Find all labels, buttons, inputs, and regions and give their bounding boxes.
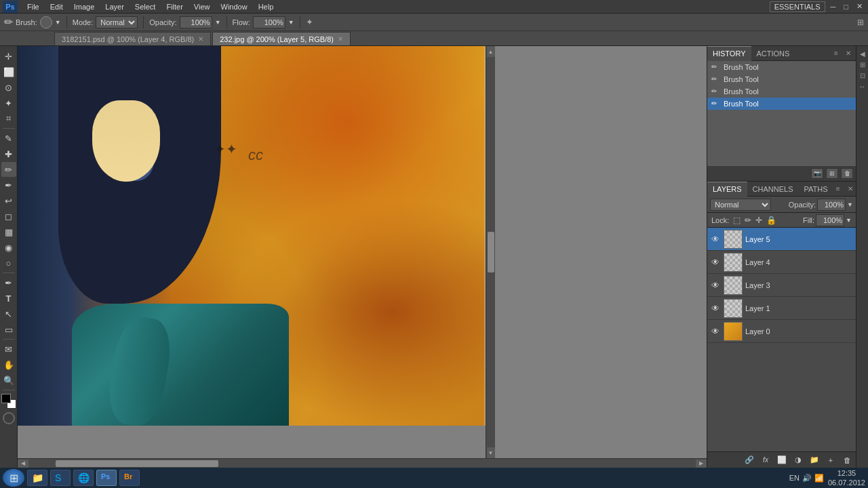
tab-actions[interactable]: ACTIONS [751,46,795,61]
maximize-btn[interactable]: □ [841,3,851,11]
menu-layer[interactable]: Layer [100,2,130,12]
tool-quick-select[interactable]: ✦ [1,96,16,110]
layer-0-visibility[interactable]: 👁 [710,326,721,337]
layers-panel-menu[interactable]: ≡ [833,184,843,194]
quick-mask-btn[interactable] [3,412,15,424]
history-delete-btn[interactable]: 🗑 [841,168,853,179]
layer-link-btn[interactable]: 🔗 [743,455,755,466]
tool-gradient[interactable]: ▦ [1,224,16,239]
taskbar-chrome[interactable]: 🌐 [73,470,94,486]
hscroll-thumb[interactable] [56,460,218,467]
tool-lasso[interactable]: ⊙ [1,80,16,95]
layers-panel-close[interactable]: ✕ [846,184,855,194]
options-btn[interactable]: ⊞ [857,18,864,27]
tool-crop[interactable]: ⌗ [1,111,16,126]
close-btn[interactable]: ✕ [854,2,865,11]
tool-stamp[interactable]: ✒ [1,178,16,192]
vscroll-thumb[interactable] [488,232,494,272]
tool-type[interactable]: T [1,291,16,306]
layers-list[interactable]: 👁 Layer 5 👁 Layer 4 👁 Layer 3 [707,228,856,451]
layer-delete-btn[interactable]: 🗑 [841,455,853,466]
tool-eyedropper[interactable]: ✎ [1,131,16,146]
menu-file[interactable]: File [22,2,45,12]
layer-5-visibility[interactable]: 👁 [710,234,721,245]
tool-blur[interactable]: ◉ [1,240,16,255]
tab-paths[interactable]: PATHS [799,182,833,197]
start-button[interactable]: ⊞ [3,469,24,487]
tab-1-close[interactable]: ✕ [338,35,343,43]
layer-3-visibility[interactable]: 👁 [710,280,721,291]
history-item-1[interactable]: ✏ Brush Tool [707,73,856,85]
tab-channels[interactable]: CHANNELS [747,182,799,197]
tab-layers[interactable]: LAYERS [707,182,747,197]
lock-position-btn[interactable]: ✛ [755,216,762,225]
canvas-area[interactable]: ✦✦ cc ▲ ▼ ◀ ▶ [18,46,707,468]
history-panel-menu[interactable]: ≡ [831,49,841,58]
history-item-0[interactable]: ✏ Brush Tool [707,61,856,73]
brush-size-arrow[interactable]: ▼ [55,19,61,26]
history-item-2[interactable]: ✏ Brush Tool [707,85,856,98]
vscroll-up-btn[interactable]: ▲ [487,46,495,57]
menu-edit[interactable]: Edit [45,2,68,12]
menu-window[interactable]: Window [216,2,253,12]
volume-icon[interactable]: 🔊 [802,474,812,483]
layer-group-btn[interactable]: 📁 [808,455,821,466]
taskbar-bridge[interactable]: Br [119,470,140,486]
opacity-dropdown-icon[interactable]: ▼ [847,201,853,208]
layer-opacity-input[interactable] [817,199,846,211]
tool-move[interactable]: ✛ [1,49,16,64]
history-item-3[interactable]: ✏ Brush Tool [707,98,856,110]
menu-image[interactable]: Image [68,2,100,12]
panel-collapse-btn[interactable]: ◀ [858,49,867,58]
history-list[interactable]: ✏ Brush Tool ✏ Brush Tool ✏ Brush Tool ✏… [707,61,856,166]
tab-0[interactable]: 3182151.psd @ 100% (Layer 4, RGB/8) ✕ [54,32,211,45]
tool-zoom[interactable]: 🔍 [1,373,16,388]
fill-dropdown-icon[interactable]: ▼ [846,217,852,224]
taskbar-explorer[interactable]: 📁 [27,470,47,486]
canvas-vscroll[interactable]: ▲ ▼ [486,46,495,458]
menu-view[interactable]: View [189,2,216,12]
layer-item-4[interactable]: 👁 Layer 4 [707,251,856,274]
lock-image-btn[interactable]: ✏ [745,216,751,225]
panel-options-btn-2[interactable]: ⊡ [858,70,867,80]
tool-hand[interactable]: ✋ [1,357,16,372]
tab-history[interactable]: HISTORY [707,46,751,61]
opacity-arrow[interactable]: ▼ [215,19,221,26]
layer-mask-btn[interactable]: ⬜ [776,455,788,466]
layer-4-visibility[interactable]: 👁 [710,257,721,268]
blend-mode-select[interactable]: Normal Multiply Screen Overlay [710,199,771,211]
airbrush-icon[interactable]: ✦ [306,17,313,27]
canvas-wrapper[interactable]: ✦✦ cc [18,46,486,426]
hscroll-left-btn[interactable]: ◀ [18,460,28,468]
network-icon[interactable]: 📶 [814,474,824,483]
layer-1-visibility[interactable]: 👁 [710,303,721,314]
flow-input[interactable] [253,16,285,28]
taskbar-photoshop[interactable]: Ps [96,470,117,486]
layer-fx-btn[interactable]: fx [760,455,772,466]
menu-filter[interactable]: Filter [161,2,188,12]
history-snapshot-btn[interactable]: 📷 [811,168,823,179]
layer-item-5[interactable]: 👁 Layer 5 [707,228,856,251]
canvas-hscroll[interactable]: ◀ ▶ [18,458,707,468]
lock-all-btn[interactable]: 🔒 [766,216,776,225]
tool-pen[interactable]: ✒ [1,275,16,290]
vscroll-down-btn[interactable]: ▼ [487,447,495,458]
flow-arrow[interactable]: ▼ [288,19,294,26]
tab-1[interactable]: 232.jpg @ 200% (Layer 5, RGB/8) ✕ [212,32,351,45]
panel-options-btn-3[interactable]: ↔ [858,81,867,91]
workspace-label[interactable]: ESSENTIALS [770,1,825,12]
history-panel-close[interactable]: ✕ [844,49,853,58]
layer-item-3[interactable]: 👁 Layer 3 [707,274,856,297]
tool-heal[interactable]: ✚ [1,146,16,161]
hscroll-right-btn[interactable]: ▶ [696,460,707,468]
menu-help[interactable]: Help [253,2,279,12]
mode-select[interactable]: Normal [96,16,138,28]
foreground-color-swatch[interactable] [1,394,11,403]
tool-dodge[interactable]: ○ [1,256,16,270]
tool-history-brush[interactable]: ↩ [1,193,16,208]
layer-item-1[interactable]: 👁 Layer 1 [707,297,856,320]
lock-transparent-btn[interactable]: ⬚ [733,216,741,225]
fill-input[interactable] [816,214,844,226]
layer-adj-btn[interactable]: ◑ [792,455,804,466]
tool-eraser[interactable]: ◻ [1,209,16,224]
